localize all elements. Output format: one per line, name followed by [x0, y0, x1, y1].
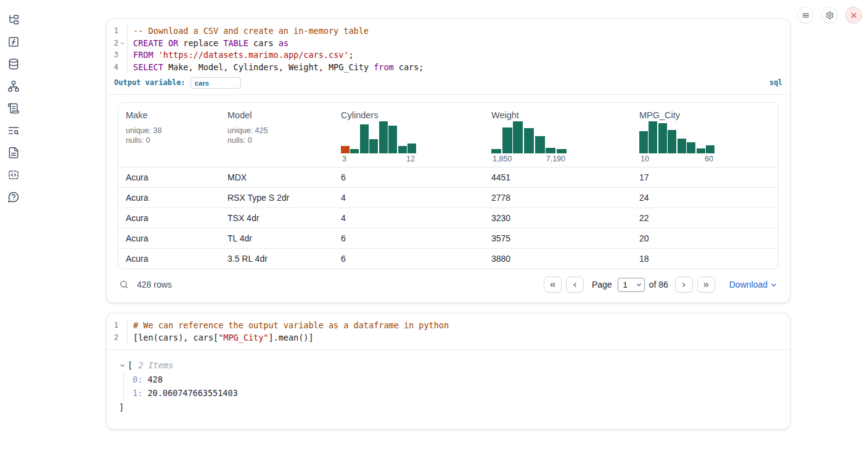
- table-cell[interactable]: 2778: [484, 187, 632, 208]
- code-line[interactable]: 1-- Download a CSV and create an in-memo…: [107, 25, 790, 38]
- first-page-button[interactable]: [544, 277, 562, 293]
- page-select[interactable]: 1: [618, 278, 645, 292]
- download-button[interactable]: Download: [729, 280, 777, 289]
- language-badge: sql: [769, 77, 782, 89]
- table-cell[interactable]: 3.5 RL 4dr: [220, 248, 334, 269]
- collapse-chevron-icon[interactable]: [119, 362, 126, 369]
- code-line[interactable]: 3FROM 'https://datasets.marimo.app/cars.…: [107, 49, 790, 62]
- histogram-bar[interactable]: [546, 148, 555, 153]
- text-search-icon[interactable]: [7, 124, 20, 137]
- histogram-bar[interactable]: [360, 124, 369, 153]
- page-label: Page: [592, 280, 612, 289]
- table-row[interactable]: AcuraTSX 4dr4323022: [118, 208, 778, 228]
- function-square-icon[interactable]: [7, 36, 20, 48]
- code-text: # We can reference the output variable a…: [128, 320, 449, 332]
- table-cell[interactable]: Acura: [118, 208, 220, 228]
- table-header-row[interactable]: Makeunique: 38nulls: 0Modelunique: 425nu…: [118, 103, 778, 168]
- column-header[interactable]: Cylinders312: [334, 103, 484, 168]
- code-snippet-icon[interactable]: [7, 169, 20, 181]
- settings-icon[interactable]: [821, 7, 838, 23]
- code-line[interactable]: 2CREATE OR replace TABLE cars as: [107, 38, 790, 50]
- histogram-bar[interactable]: [639, 131, 648, 153]
- histogram-bar[interactable]: [557, 149, 567, 153]
- histogram-bar[interactable]: [524, 128, 534, 153]
- table-row[interactable]: AcuraTL 4dr6357520: [118, 228, 778, 248]
- line-number: 2: [107, 332, 128, 344]
- column-histogram[interactable]: 1,8507,190: [491, 121, 567, 163]
- output-variable-input[interactable]: [190, 77, 241, 89]
- histogram-bar[interactable]: [678, 139, 686, 153]
- table-cell[interactable]: 4: [334, 208, 484, 228]
- file-tree-icon[interactable]: [7, 14, 20, 26]
- scroll-icon[interactable]: [7, 102, 20, 115]
- database-icon[interactable]: [7, 58, 20, 70]
- table-row[interactable]: AcuraMDX6445117: [118, 167, 778, 187]
- table-cell[interactable]: 24: [632, 187, 778, 208]
- python-code-editor[interactable]: 1# We can reference the output variable …: [107, 313, 790, 349]
- table-cell[interactable]: 6: [334, 248, 484, 269]
- sql-cell: 1-- Download a CSV and create an in-memo…: [106, 18, 790, 303]
- table-cell[interactable]: 4451: [484, 167, 632, 187]
- row-count: 428 rows: [137, 280, 172, 289]
- table-cell[interactable]: 20: [632, 228, 778, 248]
- table-cell[interactable]: 17: [632, 167, 778, 187]
- table-cell[interactable]: TSX 4dr: [220, 208, 334, 228]
- histogram-bar[interactable]: [502, 127, 512, 153]
- prev-page-button[interactable]: [566, 277, 584, 293]
- fold-chevron-icon[interactable]: [120, 41, 125, 46]
- histogram-bar[interactable]: [369, 139, 378, 153]
- table-cell[interactable]: 3230: [484, 208, 632, 228]
- code-line[interactable]: 2[len(cars), cars["MPG_City"].mean()]: [107, 332, 790, 344]
- histogram-bar[interactable]: [341, 146, 350, 153]
- histogram-bar[interactable]: [658, 123, 667, 153]
- table-row[interactable]: AcuraRSX Type S 2dr4277824: [118, 187, 778, 208]
- last-page-button[interactable]: [697, 277, 715, 293]
- table-cell[interactable]: Acura: [118, 228, 220, 248]
- column-header[interactable]: Weight1,8507,190: [484, 103, 632, 168]
- code-line[interactable]: 1# We can reference the output variable …: [107, 320, 790, 332]
- table-cell[interactable]: Acura: [118, 248, 220, 269]
- column-histogram[interactable]: 312: [341, 121, 416, 163]
- column-header[interactable]: Modelunique: 425nulls: 0: [220, 103, 334, 168]
- histogram-bar[interactable]: [535, 136, 545, 153]
- table-cell[interactable]: Acura: [118, 187, 220, 208]
- table-cell[interactable]: RSX Type S 2dr: [220, 187, 334, 208]
- table-cell[interactable]: 3575: [484, 228, 632, 248]
- table-cell[interactable]: 22: [632, 208, 778, 228]
- code-line[interactable]: 4SELECT Make, Model, Cylinders, Weight, …: [107, 62, 790, 74]
- histogram-bar[interactable]: [491, 149, 501, 153]
- column-header[interactable]: Makeunique: 38nulls: 0: [118, 103, 220, 168]
- column-header[interactable]: MPG_City1060: [632, 103, 778, 168]
- table-cell[interactable]: 6: [334, 167, 484, 187]
- histogram-bar[interactable]: [379, 121, 388, 153]
- search-icon[interactable]: [119, 280, 129, 289]
- table-cell[interactable]: TL 4dr: [220, 228, 334, 248]
- table-row[interactable]: Acura3.5 RL 4dr6388018: [118, 248, 778, 269]
- histogram-bar[interactable]: [687, 142, 695, 153]
- histogram-bar[interactable]: [398, 146, 407, 153]
- table-cell[interactable]: 18: [632, 248, 778, 269]
- table-cell[interactable]: 3880: [484, 248, 632, 269]
- histogram-bar[interactable]: [513, 121, 523, 153]
- next-page-button[interactable]: [675, 277, 693, 293]
- histogram-bar[interactable]: [706, 145, 714, 153]
- file-text-icon[interactable]: [7, 147, 20, 159]
- histogram-bar[interactable]: [649, 121, 657, 153]
- column-name: Make: [126, 110, 213, 120]
- menu-icon[interactable]: [797, 7, 814, 23]
- histogram-bar[interactable]: [350, 149, 359, 153]
- table-cell[interactable]: 6: [334, 228, 484, 248]
- histogram-bar[interactable]: [668, 130, 676, 153]
- histogram-bar[interactable]: [697, 148, 705, 153]
- help-icon[interactable]: [7, 191, 20, 203]
- histogram-bar[interactable]: [388, 126, 397, 153]
- table-cell[interactable]: Acura: [118, 167, 220, 187]
- table-cell[interactable]: MDX: [220, 167, 334, 187]
- shutdown-icon[interactable]: [845, 7, 862, 23]
- sql-code-editor[interactable]: 1-- Download a CSV and create an in-memo…: [107, 19, 790, 94]
- items-count-label: 2 Items: [138, 358, 173, 373]
- table-cell[interactable]: 4: [334, 187, 484, 208]
- histogram-bar[interactable]: [407, 144, 416, 153]
- network-graph-icon[interactable]: [7, 80, 20, 92]
- column-histogram[interactable]: 1060: [639, 121, 714, 163]
